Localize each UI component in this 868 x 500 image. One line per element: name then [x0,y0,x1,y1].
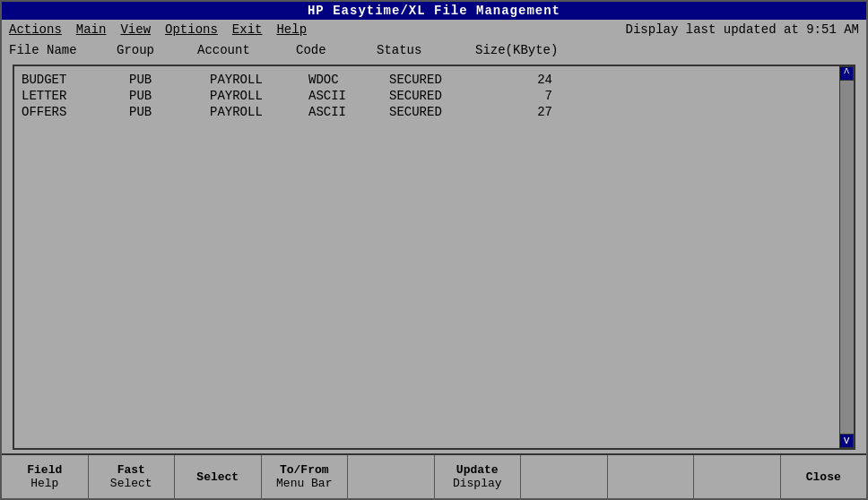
function-bar: FieldHelpFastSelectSelectTo/FromMenu Bar… [2,453,866,498]
file-status: SECURED [389,105,488,119]
col-header-group: Group [117,43,197,57]
menu-options[interactable]: Options [165,22,218,37]
function-key-7 [521,455,608,498]
func-key-label: Select [196,470,239,484]
func-key-label: Field [27,463,62,477]
file-size: 27 [488,105,560,119]
menu-actions[interactable]: Actions [9,22,62,37]
func-key-label: Update [456,463,499,477]
func-key-sub: Display [453,477,502,490]
file-group: PUB [129,105,210,119]
window-title: HP Easytime/XL File Management [308,4,560,18]
func-key-sub: Select [110,477,152,490]
file-account: PAYROLL [210,89,308,103]
menu-main[interactable]: Main [76,22,107,37]
col-header-code: Code [296,43,377,57]
file-status: SECURED [389,89,488,103]
function-key-6[interactable]: UpdateDisplay [435,455,522,498]
title-bar: HP Easytime/XL File Management [2,2,866,20]
func-key-label: Fast [117,463,145,477]
scrollbar-track [839,81,854,434]
menu-view[interactable]: View [120,22,151,37]
table-row[interactable]: OFFERS PUB PAYROLL ASCII SECURED 27 [22,104,846,120]
display-timestamp: Display last updated at 9:51 AM [626,22,859,37]
col-header-name: File Name [9,43,117,57]
function-key-2[interactable]: FastSelect [89,455,176,498]
col-header-account: Account [197,43,296,57]
func-key-label: Close [806,470,841,484]
file-list-container: BUDGET PUB PAYROLL WDOC SECURED 24 LETTE… [13,65,855,450]
file-code: WDOC [308,73,389,87]
function-key-4[interactable]: To/FromMenu Bar [262,455,349,498]
menu-help[interactable]: Help [276,22,307,37]
func-key-sub: Menu Bar [276,477,332,490]
file-size: 24 [488,73,560,87]
function-key-8 [608,455,695,498]
function-key-9 [694,455,781,498]
main-content: BUDGET PUB PAYROLL WDOC SECURED 24 LETTE… [2,61,866,453]
table-row[interactable]: LETTER PUB PAYROLL ASCII SECURED 7 [22,88,846,104]
menu-bar: Actions Main View Options Exit Help Disp… [2,20,866,39]
col-header-status: Status [377,43,475,57]
file-group: PUB [129,73,210,87]
function-key-10[interactable]: Close [781,455,867,498]
file-code: ASCII [308,105,389,119]
func-key-sub: Help [30,477,58,490]
file-size: 7 [488,89,560,103]
file-list: BUDGET PUB PAYROLL WDOC SECURED 24 LETTE… [14,66,854,448]
file-group: PUB [129,89,210,103]
function-key-5 [348,455,435,498]
menu-items: Actions Main View Options Exit Help [9,22,307,37]
file-name: OFFERS [22,105,129,119]
main-window: HP Easytime/XL File Management Actions M… [0,0,868,500]
file-name: LETTER [22,89,129,103]
file-status: SECURED [389,73,488,87]
table-row[interactable]: BUDGET PUB PAYROLL WDOC SECURED 24 [22,72,846,88]
function-key-1[interactable]: FieldHelp [2,455,89,498]
file-account: PAYROLL [210,73,308,87]
function-key-3[interactable]: Select [175,455,262,498]
file-name: BUDGET [22,73,129,87]
scrollbar-down[interactable]: v [839,434,854,448]
column-headers: File Name Group Account Code Status Size… [2,39,866,61]
col-header-size: Size(KByte) [475,43,574,57]
func-key-label: To/From [280,463,329,477]
file-code: ASCII [308,89,389,103]
scrollbar-up[interactable]: ^ [839,66,854,81]
menu-exit[interactable]: Exit [232,22,263,37]
file-account: PAYROLL [210,105,308,119]
